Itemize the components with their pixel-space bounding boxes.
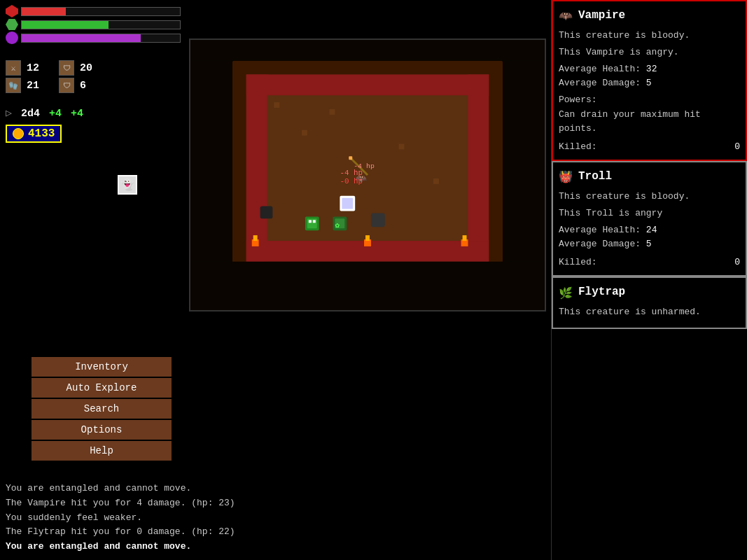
mp-icon xyxy=(6,31,18,44)
troll-desc2: This Troll is angry xyxy=(559,206,740,220)
gold-row: 4133 xyxy=(6,125,62,143)
creature-card-vampire[interactable]: 🦇 Vampire This creature is bloody. This … xyxy=(552,0,747,161)
weapon-dice: 2d4 xyxy=(21,108,40,120)
creature-header-flytrap: 🌿 Flytrap xyxy=(559,284,740,301)
svg-rect-15 xyxy=(365,235,370,241)
help-button[interactable]: Help xyxy=(32,441,172,461)
mp-bar-row xyxy=(6,32,181,43)
troll-icon: 👹 xyxy=(559,169,573,183)
options-button[interactable]: Options xyxy=(32,420,172,440)
flytrap-icon: 🌿 xyxy=(559,286,573,300)
message-4: You are entangled and cannot move. xyxy=(6,540,538,554)
vampire-desc1: This creature is bloody. xyxy=(559,29,740,43)
menu-area: Inventory Auto Explore Search Options He… xyxy=(32,357,172,461)
right-panel: 🦇 Vampire This creature is bloody. This … xyxy=(551,0,747,560)
message-log: You are entangled and cannot move. The V… xyxy=(6,482,538,554)
weapon-bonus2: +4 xyxy=(71,108,83,120)
ghost-sprite: 👻 xyxy=(118,175,137,195)
svg-rect-9 xyxy=(330,109,335,115)
armor-icon: 🧤 xyxy=(6,78,21,93)
svg-rect-30 xyxy=(313,220,316,223)
xp-bar-outer xyxy=(21,20,181,29)
svg-text:✿: ✿ xyxy=(335,221,340,230)
defense-icon: 🛡 xyxy=(59,78,74,93)
attack-value: 12 xyxy=(27,62,55,74)
svg-rect-7 xyxy=(274,102,279,108)
svg-rect-8 xyxy=(302,130,307,136)
troll-avg-health: Average Health: 24 xyxy=(559,223,740,237)
mp-bar-outer xyxy=(21,34,181,43)
vampire-avg-health: Average Health: 32 xyxy=(559,62,740,76)
svg-rect-6 xyxy=(246,74,267,261)
vampire-powers-desc: Can drain your maximum hit points. xyxy=(559,108,740,136)
flytrap-name: Flytrap xyxy=(578,284,625,301)
svg-rect-10 xyxy=(399,144,405,149)
weapon-row: ▷ 2d4 +4 +4 xyxy=(6,106,83,120)
gold-coin-icon xyxy=(13,128,24,139)
weapon-bracket: ▷ xyxy=(6,108,12,120)
creature-header-vampire: 🦇 Vampire xyxy=(559,7,740,24)
vampire-icon: 🦇 xyxy=(559,8,573,22)
map-svg: 🦇 -4 hp -0 hp ✿ -4 hp xyxy=(190,40,545,310)
svg-rect-11 xyxy=(433,178,439,184)
search-button[interactable]: Search xyxy=(32,399,172,419)
svg-rect-4 xyxy=(468,74,489,261)
hp-bar-row xyxy=(6,6,181,17)
svg-text:-4 hp: -4 hp xyxy=(354,162,375,170)
game-map: 🦇 -4 hp -0 hp ✿ -4 hp xyxy=(189,38,546,312)
vampire-powers-label: Powers: xyxy=(559,93,740,107)
vampire-name: Vampire xyxy=(578,7,625,24)
message-1: The Vampire hit you for 4 damage. (hp: 2… xyxy=(6,496,538,511)
troll-killed-row: Killed: 0 xyxy=(559,255,740,270)
svg-rect-20 xyxy=(191,262,545,310)
svg-rect-13 xyxy=(253,235,258,241)
xp-bar-fill xyxy=(22,21,109,29)
gold-value: 4133 xyxy=(28,127,55,140)
stats-bars-area xyxy=(6,6,181,46)
mp-bar-fill xyxy=(22,34,141,42)
svg-rect-29 xyxy=(309,220,312,223)
svg-rect-37 xyxy=(349,156,352,160)
defense-value: 6 xyxy=(80,80,108,92)
vampire-avg-damage: Average Damage: 5 xyxy=(559,76,740,90)
flytrap-desc1: This creature is unharmed. xyxy=(559,305,740,319)
creature-card-troll[interactable]: 👹 Troll This creature is bloody. This Tr… xyxy=(552,161,747,277)
attack-icon: ⚔ xyxy=(6,60,21,76)
troll-avg-damage: Average Damage: 5 xyxy=(559,237,740,251)
equip-grid: ⚔ 12 🛡 20 🧤 21 🛡 6 xyxy=(6,60,108,93)
svg-rect-17 xyxy=(463,235,467,241)
xp-icon xyxy=(6,19,18,30)
troll-desc1: This creature is bloody. xyxy=(559,190,740,204)
creature-header-troll: 👹 Troll xyxy=(559,168,740,186)
svg-rect-34 xyxy=(371,213,385,227)
vampire-killed-row: Killed: 0 xyxy=(559,140,740,154)
troll-name: Troll xyxy=(578,168,612,186)
weapon-bonus1: +4 xyxy=(49,108,62,120)
svg-text:-0 hp: -0 hp xyxy=(340,177,363,186)
inventory-button[interactable]: Inventory xyxy=(32,357,172,377)
auto-explore-button[interactable]: Auto Explore xyxy=(32,378,172,398)
creature-card-flytrap[interactable]: 🌿 Flytrap This creature is unharmed. xyxy=(552,276,747,329)
message-2: You suddenly feel weaker. xyxy=(6,511,538,526)
hp-bar-outer xyxy=(21,7,181,16)
hp-bar-fill xyxy=(22,8,66,15)
message-3: The Flytrap hit you for 0 damage. (hp: 2… xyxy=(6,525,538,540)
vampire-desc2: This Vampire is angry. xyxy=(559,46,740,59)
message-0: You are entangled and cannot move. xyxy=(6,482,538,496)
svg-rect-21 xyxy=(191,40,545,61)
armor-value: 21 xyxy=(27,80,55,92)
hp-icon xyxy=(6,5,18,18)
defense-shield-value: 20 xyxy=(80,62,108,74)
xp-bar-row xyxy=(6,19,181,30)
svg-rect-3 xyxy=(246,74,489,95)
shield-icon: 🛡 xyxy=(59,60,74,76)
svg-rect-23 xyxy=(342,198,353,209)
svg-rect-35 xyxy=(260,206,273,219)
